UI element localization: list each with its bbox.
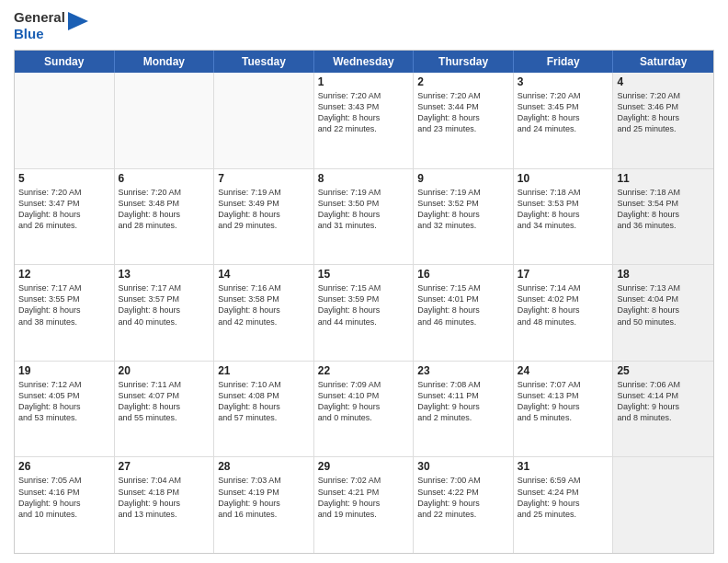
cell-text: Sunrise: 7:17 AM Sunset: 3:55 PM Dayligh… [18, 282, 110, 327]
cell-text: Sunrise: 7:00 AM Sunset: 4:22 PM Dayligh… [417, 475, 509, 520]
calendar-cell: 24Sunrise: 7:07 AM Sunset: 4:13 PM Dayli… [514, 362, 614, 457]
day-number: 8 [318, 172, 410, 185]
cell-text: Sunrise: 7:14 AM Sunset: 4:02 PM Dayligh… [518, 282, 609, 327]
calendar-header-monday: Monday [115, 51, 215, 73]
cell-text: Sunrise: 7:18 AM Sunset: 3:54 PM Dayligh… [617, 187, 710, 232]
calendar-cell: 28Sunrise: 7:03 AM Sunset: 4:19 PM Dayli… [214, 457, 314, 553]
cell-text: Sunrise: 7:20 AM Sunset: 3:43 PM Dayligh… [318, 90, 410, 135]
calendar-cell: 4Sunrise: 7:20 AM Sunset: 3:46 PM Daylig… [613, 73, 713, 168]
cell-text: Sunrise: 7:02 AM Sunset: 4:21 PM Dayligh… [318, 475, 410, 520]
logo-text: General Blue [14, 9, 65, 42]
calendar-cell: 17Sunrise: 7:14 AM Sunset: 4:02 PM Dayli… [514, 265, 614, 361]
calendar-cell [15, 73, 115, 168]
calendar-header-row: SundayMondayTuesdayWednesdayThursdayFrid… [15, 51, 713, 73]
cell-text: Sunrise: 6:59 AM Sunset: 4:24 PM Dayligh… [518, 475, 609, 520]
calendar-header-sunday: Sunday [15, 51, 115, 73]
day-number: 15 [318, 268, 410, 281]
calendar-cell: 15Sunrise: 7:15 AM Sunset: 3:59 PM Dayli… [314, 265, 415, 361]
cell-text: Sunrise: 7:09 AM Sunset: 4:10 PM Dayligh… [318, 379, 410, 424]
calendar-header-thursday: Thursday [414, 51, 514, 73]
calendar: SundayMondayTuesdayWednesdayThursdayFrid… [14, 50, 714, 554]
calendar-header-saturday: Saturday [613, 51, 713, 73]
day-number: 14 [218, 268, 310, 281]
calendar-cell: 16Sunrise: 7:15 AM Sunset: 4:01 PM Dayli… [414, 265, 514, 361]
cell-text: Sunrise: 7:20 AM Sunset: 3:47 PM Dayligh… [18, 187, 110, 232]
cell-text: Sunrise: 7:15 AM Sunset: 3:59 PM Dayligh… [318, 282, 410, 327]
day-number: 27 [119, 460, 210, 473]
calendar-header-friday: Friday [514, 51, 614, 73]
day-number: 22 [318, 364, 410, 377]
calendar-cell: 14Sunrise: 7:16 AM Sunset: 3:58 PM Dayli… [214, 265, 314, 361]
calendar-cell: 7Sunrise: 7:19 AM Sunset: 3:49 PM Daylig… [214, 169, 314, 265]
day-number: 16 [417, 268, 509, 281]
cell-text: Sunrise: 7:03 AM Sunset: 4:19 PM Dayligh… [218, 475, 310, 520]
cell-text: Sunrise: 7:11 AM Sunset: 4:07 PM Dayligh… [119, 379, 210, 424]
cell-text: Sunrise: 7:08 AM Sunset: 4:11 PM Dayligh… [417, 379, 509, 424]
day-number: 24 [518, 364, 609, 377]
day-number: 28 [218, 460, 310, 473]
day-number: 7 [218, 172, 310, 185]
logo: General Blue [14, 9, 88, 42]
day-number: 2 [417, 75, 509, 88]
cell-text: Sunrise: 7:19 AM Sunset: 3:49 PM Dayligh… [218, 187, 310, 232]
calendar-cell: 9Sunrise: 7:19 AM Sunset: 3:52 PM Daylig… [414, 169, 514, 265]
calendar-week-2: 5Sunrise: 7:20 AM Sunset: 3:47 PM Daylig… [15, 169, 713, 266]
cell-text: Sunrise: 7:04 AM Sunset: 4:18 PM Dayligh… [119, 475, 210, 520]
day-number: 21 [218, 364, 310, 377]
day-number: 3 [518, 75, 609, 88]
calendar-cell: 27Sunrise: 7:04 AM Sunset: 4:18 PM Dayli… [115, 457, 215, 553]
calendar-cell: 12Sunrise: 7:17 AM Sunset: 3:55 PM Dayli… [15, 265, 115, 361]
day-number: 6 [119, 172, 210, 185]
calendar-cell: 11Sunrise: 7:18 AM Sunset: 3:54 PM Dayli… [613, 169, 713, 265]
logo-flag-icon [68, 12, 88, 40]
calendar-cell: 10Sunrise: 7:18 AM Sunset: 3:53 PM Dayli… [514, 169, 614, 265]
calendar-cell: 8Sunrise: 7:19 AM Sunset: 3:50 PM Daylig… [314, 169, 415, 265]
logo-container: General Blue [14, 9, 88, 42]
calendar-cell: 18Sunrise: 7:13 AM Sunset: 4:04 PM Dayli… [613, 265, 713, 361]
calendar-cell: 13Sunrise: 7:17 AM Sunset: 3:57 PM Dayli… [115, 265, 215, 361]
day-number: 13 [119, 268, 210, 281]
day-number: 19 [18, 364, 110, 377]
calendar-week-3: 12Sunrise: 7:17 AM Sunset: 3:55 PM Dayli… [15, 265, 713, 362]
calendar-week-1: 1Sunrise: 7:20 AM Sunset: 3:43 PM Daylig… [15, 73, 713, 169]
day-number: 9 [417, 172, 509, 185]
day-number: 5 [18, 172, 110, 185]
calendar-cell: 23Sunrise: 7:08 AM Sunset: 4:11 PM Dayli… [414, 362, 514, 457]
cell-text: Sunrise: 7:20 AM Sunset: 3:46 PM Dayligh… [617, 90, 710, 135]
day-number: 31 [518, 460, 609, 473]
header: General Blue [14, 9, 714, 42]
day-number: 20 [119, 364, 210, 377]
calendar-cell [214, 73, 314, 168]
calendar-cell: 26Sunrise: 7:05 AM Sunset: 4:16 PM Dayli… [15, 457, 115, 553]
calendar-cell: 3Sunrise: 7:20 AM Sunset: 3:45 PM Daylig… [514, 73, 614, 168]
cell-text: Sunrise: 7:20 AM Sunset: 3:44 PM Dayligh… [417, 90, 509, 135]
cell-text: Sunrise: 7:19 AM Sunset: 3:50 PM Dayligh… [318, 187, 410, 232]
calendar-cell: 31Sunrise: 6:59 AM Sunset: 4:24 PM Dayli… [514, 457, 614, 553]
cell-text: Sunrise: 7:07 AM Sunset: 4:13 PM Dayligh… [518, 379, 609, 424]
calendar-body: 1Sunrise: 7:20 AM Sunset: 3:43 PM Daylig… [15, 73, 713, 553]
calendar-cell: 21Sunrise: 7:10 AM Sunset: 4:08 PM Dayli… [214, 362, 314, 457]
calendar-cell [115, 73, 215, 168]
day-number: 12 [18, 268, 110, 281]
calendar-cell: 20Sunrise: 7:11 AM Sunset: 4:07 PM Dayli… [115, 362, 215, 457]
calendar-week-5: 26Sunrise: 7:05 AM Sunset: 4:16 PM Dayli… [15, 457, 713, 553]
cell-text: Sunrise: 7:12 AM Sunset: 4:05 PM Dayligh… [18, 379, 110, 424]
calendar-cell: 25Sunrise: 7:06 AM Sunset: 4:14 PM Dayli… [613, 362, 713, 457]
cell-text: Sunrise: 7:05 AM Sunset: 4:16 PM Dayligh… [18, 475, 110, 520]
day-number: 25 [617, 364, 710, 377]
cell-text: Sunrise: 7:17 AM Sunset: 3:57 PM Dayligh… [119, 282, 210, 327]
cell-text: Sunrise: 7:20 AM Sunset: 3:45 PM Dayligh… [518, 90, 609, 135]
cell-text: Sunrise: 7:10 AM Sunset: 4:08 PM Dayligh… [218, 379, 310, 424]
cell-text: Sunrise: 7:20 AM Sunset: 3:48 PM Dayligh… [119, 187, 210, 232]
logo-general: General [14, 9, 65, 25]
calendar-header-tuesday: Tuesday [214, 51, 314, 73]
cell-text: Sunrise: 7:15 AM Sunset: 4:01 PM Dayligh… [417, 282, 509, 327]
calendar-cell: 5Sunrise: 7:20 AM Sunset: 3:47 PM Daylig… [15, 169, 115, 265]
calendar-cell [613, 457, 713, 553]
day-number: 26 [18, 460, 110, 473]
cell-text: Sunrise: 7:18 AM Sunset: 3:53 PM Dayligh… [518, 187, 609, 232]
calendar-cell: 6Sunrise: 7:20 AM Sunset: 3:48 PM Daylig… [115, 169, 215, 265]
day-number: 29 [318, 460, 410, 473]
day-number: 23 [417, 364, 509, 377]
day-number: 4 [617, 75, 710, 88]
